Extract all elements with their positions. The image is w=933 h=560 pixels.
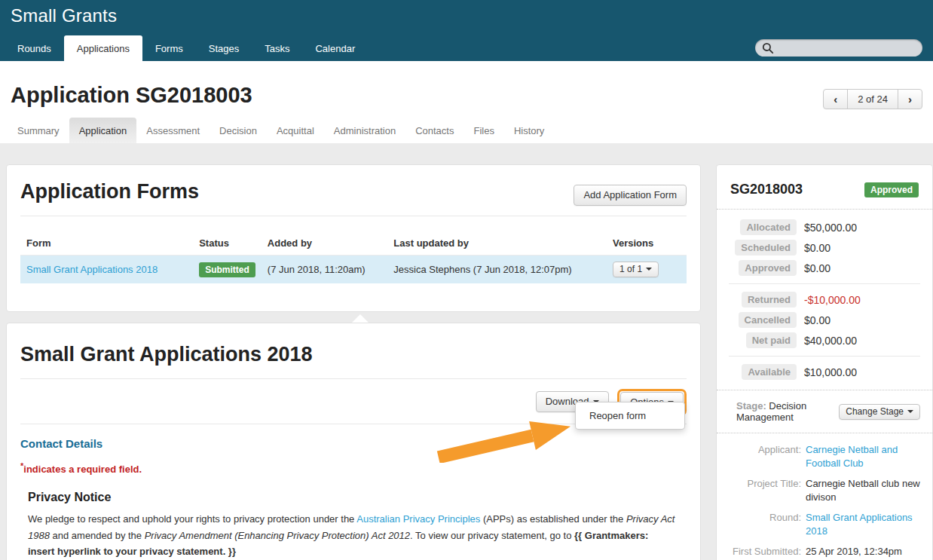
net-paid-value: $40,000.00 xyxy=(804,335,857,347)
record-pager: ‹ 2 of 24 › xyxy=(824,89,922,109)
allocated-value: $50,000.00 xyxy=(804,222,857,234)
chevron-right-icon: › xyxy=(908,93,912,106)
table-row: Small Grant Applications 2018 Submitted … xyxy=(20,256,687,284)
caret-down-icon xyxy=(907,410,913,413)
col-header-last-updated-by: Last updated by xyxy=(387,231,607,256)
money-row-net-paid: Net paid $40,000.00 xyxy=(729,332,920,348)
col-header-versions: Versions xyxy=(607,231,687,256)
privacy-amendment-act: Privacy Amendment (Enhancing Privacy Pro… xyxy=(145,530,410,541)
chevron-left-icon: ‹ xyxy=(834,93,837,106)
detail-row-project-title: Project Title: Carnegie Netball club new… xyxy=(729,477,920,503)
project-title-label: Project Title: xyxy=(729,477,801,503)
search-box[interactable] xyxy=(755,39,922,57)
cancelled-label: Cancelled xyxy=(739,312,797,328)
status-badge: Submitted xyxy=(199,262,255,277)
tab-contacts[interactable]: Contacts xyxy=(405,118,463,143)
form-detail-panel: Small Grant Applications 2018 Download O… xyxy=(6,323,701,560)
col-header-status: Status xyxy=(193,231,262,256)
tab-administration[interactable]: Administration xyxy=(324,118,405,143)
stage-row: Stage: Decision Management Change Stage xyxy=(729,400,920,423)
privacy-notice-heading: Privacy Notice xyxy=(28,491,687,504)
versions-dropdown-button[interactable]: 1 of 1 xyxy=(613,262,659,277)
money-row-available: Available $10,000.00 xyxy=(729,364,920,380)
nav-item-forms[interactable]: Forms xyxy=(142,35,196,61)
applicant-label: Applicant: xyxy=(729,443,801,470)
approved-label: Approved xyxy=(739,260,797,276)
nav-item-rounds[interactable]: Rounds xyxy=(5,35,64,61)
approved-status-badge: Approved xyxy=(864,182,919,197)
pager-next-button[interactable]: › xyxy=(898,89,922,109)
required-field-note: *indicates a required field. xyxy=(20,461,687,475)
application-id: SG2018003 xyxy=(730,182,803,197)
privacy-paragraph: We pledge to respect and uphold your rig… xyxy=(28,511,678,559)
search-icon xyxy=(762,42,774,54)
add-application-form-button[interactable]: Add Application Form xyxy=(574,185,687,206)
returned-value: -$10,000.00 xyxy=(804,294,861,306)
pager-position[interactable]: 2 of 24 xyxy=(847,89,898,109)
cancelled-value: $0.00 xyxy=(804,314,831,326)
menu-item-reopen-form[interactable]: Reopen form xyxy=(576,406,684,425)
nav-item-tasks[interactable]: Tasks xyxy=(252,35,302,61)
last-updated-by-value: Jessica Stephens (7 Jun 2018, 12:07pm) xyxy=(393,264,571,275)
nav-item-calendar[interactable]: Calendar xyxy=(302,35,368,61)
app-header: Small Grants Rounds Applications Forms S… xyxy=(0,0,933,61)
nav-item-applications[interactable]: Applications xyxy=(64,35,142,61)
title-band: Application SG2018003 ‹ 2 of 24 › Summar… xyxy=(0,61,933,143)
change-stage-label: Change Stage xyxy=(846,406,904,417)
col-header-form: Form xyxy=(20,231,193,256)
tab-application[interactable]: Application xyxy=(69,118,137,143)
money-row-approved: Approved $0.00 xyxy=(729,260,920,276)
forms-table: Form Status Added by Last updated by Ver… xyxy=(20,231,687,283)
versions-label: 1 of 1 xyxy=(619,264,642,274)
money-row-returned: Returned -$10,000.00 xyxy=(729,292,920,308)
application-summary-sidebar: SG2018003 Approved Allocated $50,000.00 … xyxy=(716,164,933,560)
detail-row-first-submitted: First Submitted: 25 Apr 2019, 12:34pm xyxy=(729,545,920,558)
money-row-cancelled: Cancelled $0.00 xyxy=(729,312,920,328)
nav-item-stages[interactable]: Stages xyxy=(196,35,252,61)
options-dropdown-menu: Reopen form xyxy=(575,402,685,430)
returned-label: Returned xyxy=(742,292,797,308)
first-submitted-value: 25 Apr 2019, 12:34pm xyxy=(806,545,920,558)
form-title: Small Grant Applications 2018 xyxy=(20,343,687,366)
page-title: Application SG2018003 xyxy=(11,83,252,108)
col-header-added-by: Added by xyxy=(262,231,388,256)
round-label: Round: xyxy=(729,511,801,537)
panel-pointer-notch xyxy=(352,314,369,323)
australian-privacy-principles-link[interactable]: Australian Privacy Principles xyxy=(356,513,480,525)
privacy-text: and amended by the xyxy=(50,530,145,541)
privacy-text: We pledge to respect and uphold your rig… xyxy=(28,513,356,525)
money-row-scheduled: Scheduled $0.00 xyxy=(729,240,920,256)
privacy-text: (APPs) as established under the xyxy=(480,513,626,525)
first-submitted-label: First Submitted: xyxy=(729,545,801,558)
search-input[interactable] xyxy=(776,40,916,56)
tab-assessment[interactable]: Assessment xyxy=(136,118,210,143)
money-row-allocated: Allocated $50,000.00 xyxy=(729,219,920,235)
scheduled-value: $0.00 xyxy=(804,242,831,254)
change-stage-button[interactable]: Change Stage xyxy=(839,404,920,420)
added-by-value: (7 Jun 2018, 11:20am) xyxy=(268,264,366,275)
tab-decision[interactable]: Decision xyxy=(210,118,267,143)
form-link[interactable]: Small Grant Applications 2018 xyxy=(26,264,158,275)
available-label: Available xyxy=(742,364,797,380)
contact-details-heading: Contact Details xyxy=(20,437,687,450)
approved-value: $0.00 xyxy=(804,262,831,274)
detail-row-round: Round: Small Grant Applications 2018 xyxy=(729,511,920,537)
available-value: $10,000.00 xyxy=(804,366,857,378)
privacy-text: . To view our privacy statement, go to xyxy=(410,530,574,541)
net-paid-label: Net paid xyxy=(746,332,797,348)
application-forms-panel: Application Forms Add Application Form F… xyxy=(6,164,701,312)
scheduled-label: Scheduled xyxy=(735,240,797,256)
pager-prev-button[interactable]: ‹ xyxy=(823,89,848,109)
applicant-link[interactable]: Carnegie Netball and Football Club xyxy=(806,444,898,469)
detail-row-applicant: Applicant: Carnegie Netball and Football… xyxy=(729,443,920,470)
tab-summary[interactable]: Summary xyxy=(8,118,69,143)
tab-acquittal[interactable]: Acquittal xyxy=(267,118,324,143)
main-nav: Rounds Applications Forms Stages Tasks C… xyxy=(5,35,368,61)
tab-history[interactable]: History xyxy=(504,118,554,143)
tab-files[interactable]: Files xyxy=(463,118,503,143)
app-brand: Small Grants xyxy=(11,5,117,26)
required-note-text: indicates a required field. xyxy=(23,464,142,475)
application-tabs: Summary Application Assessment Decision … xyxy=(8,118,554,143)
round-link[interactable]: Small Grant Applications 2018 xyxy=(806,512,913,537)
caret-down-icon xyxy=(646,268,652,271)
